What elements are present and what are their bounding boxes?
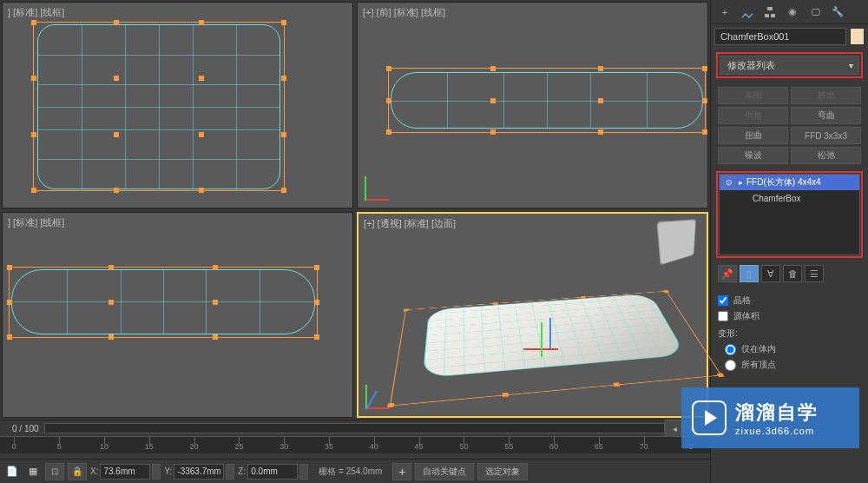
viewport-label-front: [+] [前] [标准] [线框] xyxy=(363,6,445,19)
viewport-left[interactable]: ] [标准] [线框] xyxy=(2,212,353,419)
expand-arrow-icon[interactable]: ▸ xyxy=(739,178,743,187)
maxscript-icon[interactable]: ▦ xyxy=(24,464,42,480)
stack-item-base[interactable]: ChamferBox xyxy=(720,190,859,206)
lathe-button[interactable]: 车削 xyxy=(718,87,788,104)
viewport-label-persp: [+] [透视] [标准] [边面] xyxy=(364,217,456,230)
modifier-list-highlight: 修改器列表 xyxy=(716,52,863,78)
stack-item-label: ChamferBox xyxy=(753,194,801,203)
time-range-label: 0 / 100 xyxy=(12,424,39,433)
object-name-input[interactable] xyxy=(714,28,846,45)
chamfer-button[interactable]: 倒角 xyxy=(718,107,788,124)
coord-z-label: Z: xyxy=(238,466,246,476)
viewport-label-left: ] [标准] [线框] xyxy=(8,216,64,229)
deform-section-label: 变形: xyxy=(718,328,861,340)
bend-button[interactable]: 弯曲 xyxy=(791,107,861,124)
source-volume-checkbox[interactable]: 源体积 xyxy=(718,310,861,322)
display-tab-icon[interactable]: 🖵 xyxy=(806,3,824,21)
spinner-icon[interactable] xyxy=(299,464,308,480)
viewport-front[interactable]: [+] [前] [标准] [线框] xyxy=(357,2,708,208)
pin-stack-icon[interactable]: 📌 xyxy=(718,265,737,282)
extrude-button[interactable]: 挤出 xyxy=(791,87,861,104)
add-time-tag-icon[interactable]: + xyxy=(392,463,411,480)
coord-x-input[interactable] xyxy=(100,464,150,480)
hierarchy-tab-icon[interactable] xyxy=(761,3,779,21)
viewport-top-canvas xyxy=(3,3,352,208)
modifier-list-dropdown[interactable]: 修改器列表 xyxy=(720,56,859,75)
svg-rect-2 xyxy=(771,14,775,17)
viewport-top[interactable]: ] [标准] [线框] xyxy=(2,2,353,208)
make-unique-icon[interactable]: ∀ xyxy=(761,265,780,282)
watermark: 溜溜自学 zixue.3d66.com xyxy=(681,387,859,448)
grid-size-label: 栅格 = 254.0mm xyxy=(319,466,382,478)
viewcube-icon[interactable] xyxy=(656,219,696,265)
coord-y-input[interactable] xyxy=(174,464,224,480)
viewport-front-canvas xyxy=(358,3,707,208)
lattice-checkbox[interactable]: 晶格 xyxy=(718,294,861,307)
viewport-label-top: ] [标准] [线框] xyxy=(8,6,64,19)
selection-lock-icon[interactable]: 🔒 xyxy=(68,463,87,480)
create-tab-icon[interactable]: + xyxy=(716,3,733,21)
viewport-left-canvas xyxy=(3,213,352,418)
spinner-icon[interactable] xyxy=(226,464,234,480)
configure-sets-icon[interactable]: ☰ xyxy=(805,265,824,282)
timeline-ruler[interactable]: 051015202530354045505560657075 xyxy=(0,436,710,453)
auto-key-button[interactable]: 自动关键点 xyxy=(415,463,474,480)
watermark-url: zixue.3d66.com xyxy=(735,426,819,436)
status-bar: 📄 ▦ ⊡ 🔒 X: Y: Z: 栅格 = 254.0mm + 自动关键点 选定… xyxy=(0,459,710,483)
isolate-icon[interactable]: ⊡ xyxy=(45,463,64,480)
visibility-toggle-icon[interactable]: ⊙ xyxy=(723,176,735,189)
object-color-swatch[interactable] xyxy=(850,28,865,45)
utilities-tab-icon[interactable]: 🔧 xyxy=(829,3,846,21)
modifier-stack[interactable]: ⊙ ▸ FFD(长方体) 4x4x4 ChamferBox xyxy=(719,174,860,255)
all-vertices-radio[interactable]: 所有顶点 xyxy=(725,359,861,371)
stack-item-ffd[interactable]: ⊙ ▸ FFD(长方体) 4x4x4 xyxy=(720,175,859,190)
viewport-persp-canvas xyxy=(358,214,707,417)
ffd-parameters-rollout: 晶格 源体积 变形: 仅在体内 所有顶点 xyxy=(718,291,861,374)
play-icon xyxy=(692,400,727,435)
time-slider[interactable] xyxy=(44,423,665,433)
axis-gizmo-icon xyxy=(365,166,399,201)
modifier-stack-highlight: ⊙ ▸ FFD(长方体) 4x4x4 ChamferBox xyxy=(716,171,863,258)
selected-object-button[interactable]: 选定对象 xyxy=(477,463,528,480)
svg-rect-1 xyxy=(765,14,769,17)
stack-item-label: FFD(长方体) 4x4x4 xyxy=(746,176,821,189)
twist-button[interactable]: 扭曲 xyxy=(718,127,788,144)
timeline: 0 / 100 ◂ ▸ 0510152025303540455055606570… xyxy=(0,420,710,459)
relax-button[interactable]: 松弛 xyxy=(791,147,861,164)
show-end-result-icon[interactable]: ▯ xyxy=(740,265,759,282)
script-icon[interactable]: 📄 xyxy=(3,464,21,480)
noise-button[interactable]: 噪波 xyxy=(718,147,788,164)
axis-gizmo-icon xyxy=(365,374,400,409)
svg-rect-0 xyxy=(767,7,773,10)
remove-modifier-icon[interactable]: 🗑 xyxy=(783,265,802,282)
watermark-title: 溜溜自学 xyxy=(735,400,819,426)
only-in-volume-radio[interactable]: 仅在体内 xyxy=(725,343,861,355)
coord-x-label: X: xyxy=(90,466,98,476)
motion-tab-icon[interactable]: ◉ xyxy=(784,3,801,21)
viewport-perspective[interactable]: [+] [透视] [标准] [边面] xyxy=(357,212,708,419)
ffd3x3x3-button[interactable]: FFD 3x3x3 xyxy=(791,127,861,144)
coord-z-input[interactable] xyxy=(247,464,298,480)
spinner-icon[interactable] xyxy=(152,464,161,480)
modify-tab-icon[interactable] xyxy=(739,3,756,21)
coord-y-label: Y: xyxy=(164,466,172,476)
